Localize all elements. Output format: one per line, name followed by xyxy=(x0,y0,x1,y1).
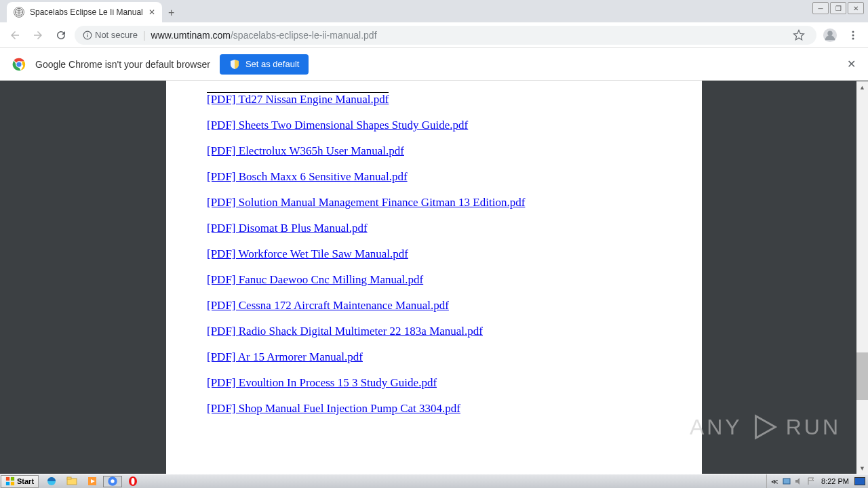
system-tray: ≪ 8:22 PM xyxy=(766,474,868,488)
security-indicator[interactable]: Not secure xyxy=(83,30,138,40)
pdf-link[interactable]: [PDF] Shop Manual Fuel Injection Pump Ca… xyxy=(207,402,460,415)
pdf-link[interactable]: [PDF] Workforce Wet Tile Saw Manual.pdf xyxy=(207,247,408,260)
pdf-link[interactable]: [PDF] Radio Shack Digital Multimeter 22 … xyxy=(207,325,483,338)
network-icon[interactable] xyxy=(782,476,791,486)
clock[interactable]: 8:22 PM xyxy=(818,477,852,485)
pdf-link[interactable]: [PDF] Electrolux W365h User Manual.pdf xyxy=(207,144,404,157)
forward-button[interactable] xyxy=(28,26,47,45)
url-host: www.umtinam.com xyxy=(151,30,231,41)
address-bar: Not secure | www.umtinam.com/spacelabs-e… xyxy=(0,22,868,48)
svg-point-2 xyxy=(87,33,87,33)
svg-point-23 xyxy=(111,479,114,483)
flag-icon[interactable] xyxy=(806,476,816,486)
new-tab-button[interactable]: + xyxy=(162,3,181,22)
menu-icon[interactable] xyxy=(844,26,863,45)
svg-point-8 xyxy=(852,37,854,39)
infobar-message: Google Chrome isn't your default browser xyxy=(35,59,210,70)
shield-icon xyxy=(229,59,240,70)
windows-icon xyxy=(5,476,15,486)
media-icon[interactable] xyxy=(83,476,102,487)
pdf-link-list: [PDF] Td27 Nissan Engine Manual.pdf[PDF]… xyxy=(207,93,661,415)
explorer-icon[interactable] xyxy=(62,476,81,487)
info-icon xyxy=(83,30,92,40)
star-icon[interactable] xyxy=(789,26,808,45)
list-item: [PDF] Electrolux W365h User Manual.pdf xyxy=(207,144,661,158)
page-viewport: [PDF] Td27 Nissan Engine Manual.pdf[PDF]… xyxy=(0,81,868,474)
pdf-link[interactable]: [PDF] Bosch Maxx 6 Sensitive Manual.pdf xyxy=(207,170,408,183)
start-button[interactable]: Start xyxy=(1,475,39,488)
svg-point-5 xyxy=(827,30,832,35)
svg-rect-19 xyxy=(67,477,71,479)
close-icon[interactable]: ✕ xyxy=(149,7,155,17)
svg-rect-16 xyxy=(11,482,14,485)
svg-rect-26 xyxy=(783,479,790,484)
scroll-down-icon[interactable]: ▼ xyxy=(856,462,868,474)
pdf-link[interactable]: [PDF] Solution Manual Management Finance… xyxy=(207,196,525,209)
pdf-link[interactable]: [PDF] Ar 15 Armorer Manual.pdf xyxy=(207,350,363,363)
pdf-link[interactable]: [PDF] Fanuc Daewoo Cnc Milling Manual.pd… xyxy=(207,273,423,286)
tab-title: Spacelabs Eclipse Le Ii Manual xyxy=(30,7,143,17)
svg-marker-12 xyxy=(755,416,775,439)
quick-launch xyxy=(42,476,142,487)
svg-point-25 xyxy=(132,478,135,485)
svg-rect-3 xyxy=(87,34,87,37)
pdf-link[interactable]: [PDF] Td27 Nissan Engine Manual.pdf xyxy=(207,92,389,106)
pdf-link[interactable]: [PDF] Evoultion In Process 15 3 Study Gu… xyxy=(207,376,437,389)
set-default-label: Set as default xyxy=(245,59,300,69)
svg-rect-13 xyxy=(6,477,9,481)
svg-rect-14 xyxy=(11,477,14,481)
show-desktop-icon[interactable] xyxy=(854,477,865,485)
maximize-button[interactable]: ❐ xyxy=(830,2,846,14)
pdf-link[interactable]: [PDF] Cessna 172 Aircraft Maintenance Ma… xyxy=(207,299,449,312)
profile-icon[interactable] xyxy=(821,26,840,45)
window-controls: ─ ❐ ✕ xyxy=(812,2,864,14)
svg-point-7 xyxy=(852,34,854,36)
list-item: [PDF] Td27 Nissan Engine Manual.pdf xyxy=(207,93,661,106)
list-item: [PDF] Shop Manual Fuel Injection Pump Ca… xyxy=(207,402,661,415)
list-item: [PDF] Sheets Two Dimensional Shapes Stud… xyxy=(207,119,661,132)
list-item: [PDF] Radio Shack Digital Multimeter 22 … xyxy=(207,325,661,338)
scroll-thumb[interactable] xyxy=(856,352,868,400)
not-secure-label: Not secure xyxy=(95,30,138,40)
chrome-icon xyxy=(12,58,26,71)
reload-button[interactable] xyxy=(52,26,71,45)
ie-icon[interactable] xyxy=(42,476,61,487)
taskbar: Start ≪ 8:22 PM xyxy=(0,474,868,488)
back-button[interactable] xyxy=(5,26,24,45)
default-browser-infobar: Google Chrome isn't your default browser… xyxy=(0,48,868,81)
svg-rect-15 xyxy=(6,482,9,485)
list-item: [PDF] Workforce Wet Tile Saw Manual.pdf xyxy=(207,247,661,261)
svg-marker-27 xyxy=(795,478,800,485)
page-content: [PDF] Td27 Nissan Engine Manual.pdf[PDF]… xyxy=(166,81,702,474)
url-path: /spacelabs-eclipse-le-ii-manual.pdf xyxy=(231,30,377,41)
play-icon xyxy=(748,411,781,443)
pdf-link[interactable]: [PDF] Sheets Two Dimensional Shapes Stud… xyxy=(207,119,468,131)
globe-icon xyxy=(14,7,24,18)
infobar-close-icon[interactable]: ✕ xyxy=(847,58,856,70)
chevron-icon[interactable]: ≪ xyxy=(770,476,779,486)
scroll-up-icon[interactable]: ▲ xyxy=(856,81,868,93)
pdf-link[interactable]: [PDF] Disomat B Plus Manual.pdf xyxy=(207,222,368,235)
close-window-button[interactable]: ✕ xyxy=(848,2,864,14)
minimize-button[interactable]: ─ xyxy=(812,2,829,14)
list-item: [PDF] Fanuc Daewoo Cnc Milling Manual.pd… xyxy=(207,273,661,287)
list-item: [PDF] Bosch Maxx 6 Sensitive Manual.pdf xyxy=(207,170,661,184)
list-item: [PDF] Cessna 172 Aircraft Maintenance Ma… xyxy=(207,299,661,312)
list-item: [PDF] Disomat B Plus Manual.pdf xyxy=(207,222,661,235)
chrome-taskbar-icon[interactable] xyxy=(103,476,122,487)
start-label: Start xyxy=(17,477,34,485)
browser-tab[interactable]: Spacelabs Eclipse Le Ii Manual ✕ xyxy=(7,2,162,22)
set-default-button[interactable]: Set as default xyxy=(220,54,309,75)
omnibox[interactable]: Not secure | www.umtinam.com/spacelabs-e… xyxy=(75,26,816,45)
list-item: [PDF] Ar 15 Armorer Manual.pdf xyxy=(207,350,661,364)
svg-point-6 xyxy=(852,30,854,33)
opera-icon[interactable] xyxy=(123,476,142,487)
volume-icon[interactable] xyxy=(794,476,804,486)
vertical-scrollbar[interactable]: ▲ ▼ xyxy=(856,81,868,474)
anyrun-watermark: ANY RUN xyxy=(690,411,841,443)
tab-bar: Spacelabs Eclipse Le Ii Manual ✕ + ─ ❐ ✕ xyxy=(0,0,868,22)
list-item: [PDF] Solution Manual Management Finance… xyxy=(207,196,661,209)
list-item: [PDF] Evoultion In Process 15 3 Study Gu… xyxy=(207,376,661,390)
